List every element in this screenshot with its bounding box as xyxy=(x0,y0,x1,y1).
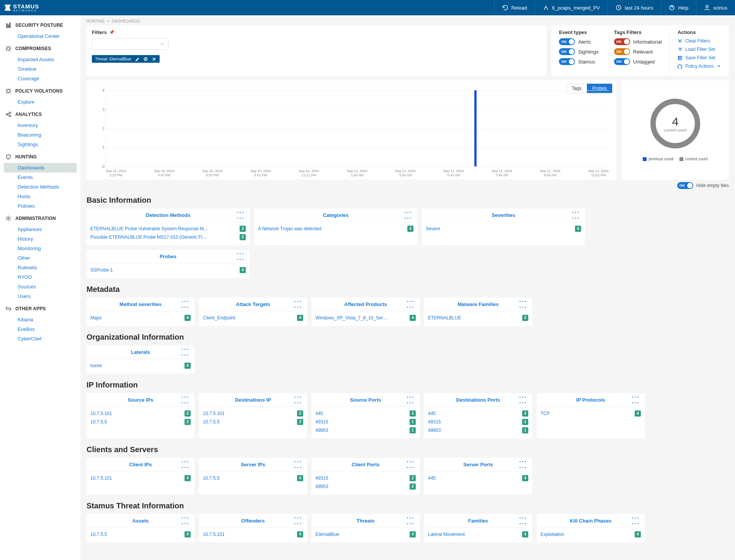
pin-icon[interactable]: 📌 xyxy=(109,30,114,35)
tile-row-link[interactable]: 49315 xyxy=(428,419,441,425)
tile-menu-icon[interactable]: ⋮⋮ xyxy=(408,459,413,470)
tile-menu-icon[interactable]: ⋮⋮ xyxy=(238,209,243,221)
tile-row-link[interactable]: Windows_XP_Vista_7_8_10_Ser… xyxy=(315,315,388,321)
nav-group-administration[interactable]: ADMINISTRATION xyxy=(2,212,79,225)
tile-row-link[interactable]: 10.7.5.101 xyxy=(90,411,112,416)
tile-row-link[interactable]: 10.7.5.5 xyxy=(203,475,219,481)
toggle-informational[interactable]: ON xyxy=(614,38,630,45)
tile-menu-icon[interactable]: ⋮⋮ xyxy=(633,515,638,526)
sidebar-item-appliances[interactable]: Appliances xyxy=(4,225,77,234)
tile-menu-icon[interactable]: ⋮⋮ xyxy=(295,394,300,405)
tile-row-link[interactable]: Client_Endpoint xyxy=(203,315,235,321)
tile-menu-icon[interactable]: ⋮⋮ xyxy=(573,209,578,221)
tile-row-link[interactable]: TCP xyxy=(541,411,550,416)
reload-button[interactable]: Reload xyxy=(494,0,535,15)
sidebar-item-explore[interactable]: Explore xyxy=(4,97,77,107)
chart-bar[interactable] xyxy=(474,90,477,166)
tile-row-link[interactable]: 49953 xyxy=(315,484,328,489)
tile-menu-icon[interactable]: ⋮⋮ xyxy=(408,298,413,310)
sidebar-item-kibana[interactable]: Kibana xyxy=(4,315,77,324)
tile-menu-icon[interactable]: ⋮⋮ xyxy=(295,298,300,310)
tile-row-link[interactable]: Exploitation xyxy=(541,532,564,537)
tile-row-link[interactable]: Major xyxy=(90,315,102,321)
action-load-filter-set[interactable]: Load Filter Set xyxy=(678,47,721,52)
tile-menu-icon[interactable]: ⋮⋮ xyxy=(238,251,243,262)
crumb-0[interactable]: HUNTING xyxy=(87,19,105,23)
chip-disable-icon[interactable] xyxy=(144,57,148,61)
sidebar-item-cyberchef[interactable]: CyberChef xyxy=(4,334,77,343)
tile-menu-icon[interactable]: ⋮⋮ xyxy=(183,459,188,470)
nav-group-hunting[interactable]: HUNTING xyxy=(2,151,79,163)
tile-menu-icon[interactable]: ⋮⋮ xyxy=(183,515,188,526)
sidebar-item-inventory[interactable]: Inventory xyxy=(4,120,77,130)
help-button[interactable]: Help xyxy=(661,0,696,15)
sidebar-item-sources[interactable]: Sources xyxy=(4,282,77,291)
filter-chip-threat[interactable]: Threat: EternalBlue xyxy=(92,55,160,63)
tile-row-link[interactable]: 10.7.5.101 xyxy=(203,411,225,416)
tile-row-link[interactable]: 10.7.5.101 xyxy=(203,532,225,537)
tile-row-link[interactable]: A Network Trojan was detected xyxy=(258,226,321,231)
sidebar-item-coverage[interactable]: Coverage xyxy=(4,74,77,83)
sidebar-item-detection-methods[interactable]: Detection Methods xyxy=(4,182,77,192)
tile-menu-icon[interactable]: ⋮⋮ xyxy=(183,394,188,405)
toggle-stamus[interactable]: ON xyxy=(559,58,575,65)
sidebar-item-impacted-assets[interactable]: Impacted Assets xyxy=(4,55,77,64)
tile-menu-icon[interactable]: ⋮⋮ xyxy=(633,394,638,405)
sidebar-item-evebox[interactable]: EveBox xyxy=(4,324,77,334)
tile-menu-icon[interactable]: ⋮⋮ xyxy=(295,459,300,470)
sidebar-item-beaconing[interactable]: Beaconing xyxy=(4,130,77,140)
tile-row-link[interactable]: Severe xyxy=(426,226,440,231)
tile-row-link[interactable]: 445 xyxy=(428,411,436,416)
user-menu-button[interactable]: scirius xyxy=(696,0,735,15)
toggle-sightings[interactable]: ON xyxy=(559,48,575,55)
tile-menu-icon[interactable]: ⋮⋮ xyxy=(520,298,525,310)
tile-menu-icon[interactable]: ⋮⋮ xyxy=(183,346,188,358)
action-save-filter-set[interactable]: Save Filter Set xyxy=(678,55,721,60)
tile-menu-icon[interactable]: ⋮⋮ xyxy=(295,515,300,526)
sidebar-item-sightings[interactable]: Sightings xyxy=(4,140,77,149)
toggle-alerts[interactable]: ON xyxy=(559,38,575,45)
tile-row-link[interactable]: EternalBlue xyxy=(315,532,339,537)
tile-row-link[interactable]: ETERNALBLUE xyxy=(428,315,461,321)
sidebar-item-dashboards[interactable]: Dashboards xyxy=(4,163,77,173)
sidebar-item-ryod[interactable]: RYOD xyxy=(4,272,77,282)
tile-row-link[interactable]: 49953 xyxy=(315,428,328,433)
tile-row-link[interactable]: 10.7.5.5 xyxy=(203,419,219,425)
tile-row-link[interactable]: home xyxy=(90,363,102,368)
action-clear-filters[interactable]: Clear Filters xyxy=(678,38,721,44)
nav-group-policy-violations[interactable]: POLICY VIOLATIONS xyxy=(2,85,79,97)
sidebar-item-policies[interactable]: Policies xyxy=(4,201,77,211)
tile-row-link[interactable]: Lateral Movement xyxy=(428,532,465,537)
toggle-relevant[interactable]: ON xyxy=(614,48,630,55)
tile-row-link[interactable]: 10.7.5.101 xyxy=(90,475,112,481)
hide-empty-toggle[interactable]: ON xyxy=(677,182,693,189)
action-policy-actions[interactable]: Policy Actions xyxy=(678,63,721,69)
sidebar-item-operational-center[interactable]: Operational Center xyxy=(4,31,77,41)
tile-row-link[interactable]: 10.7.5.5 xyxy=(90,532,107,537)
tile-menu-icon[interactable]: ⋮⋮ xyxy=(408,394,413,405)
sidebar-item-rulesets[interactable]: Rulesets xyxy=(4,263,77,272)
tile-row-link[interactable]: 49315 xyxy=(315,475,328,481)
sidebar-item-hosts[interactable]: Hosts xyxy=(4,192,77,201)
chart-plot-area[interactable]: 01234 xyxy=(106,90,609,167)
tile-row-link[interactable]: 49953 xyxy=(428,428,441,433)
tile-menu-icon[interactable]: ⋮⋮ xyxy=(183,298,188,310)
nav-group-analytics[interactable]: ANALYTICS xyxy=(2,108,79,120)
chip-edit-icon[interactable] xyxy=(135,57,140,61)
tile-row-link[interactable]: 445 xyxy=(428,475,436,481)
nav-group-other-apps[interactable]: OTHER APPS xyxy=(2,303,79,315)
sidebar-item-history[interactable]: History xyxy=(4,234,77,244)
filter-select[interactable] xyxy=(92,38,168,50)
tile-row-link[interactable]: 49315 xyxy=(315,419,328,425)
sidebar-item-other[interactable]: Other xyxy=(4,253,77,263)
tile-menu-icon[interactable]: ⋮⋮ xyxy=(520,394,525,405)
tile-menu-icon[interactable]: ⋮⋮ xyxy=(405,209,410,221)
tile-menu-icon[interactable]: ⋮⋮ xyxy=(408,515,413,526)
sidebar-item-monitoring[interactable]: Monitoring xyxy=(4,244,77,253)
sidebar-item-events[interactable]: Events xyxy=(4,173,77,182)
tile-menu-icon[interactable]: ⋮⋮ xyxy=(520,459,525,470)
toggle-untagged[interactable]: ON xyxy=(614,58,630,65)
source-button[interactable]: 6_pcaps_merged_PV xyxy=(535,0,608,15)
tile-row-link[interactable]: SSProbe-1 xyxy=(90,267,113,273)
tile-row-link[interactable]: 10.7.5.5 xyxy=(90,419,107,425)
